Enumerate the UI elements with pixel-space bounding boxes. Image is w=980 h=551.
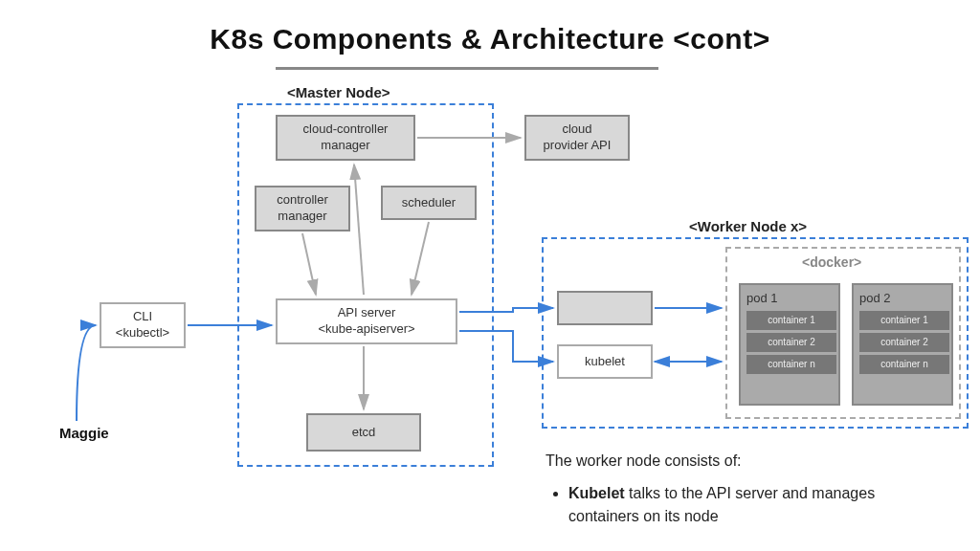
cloud-controller-manager-box: cloud-controller manager [276, 115, 415, 161]
user-label: Maggie [59, 425, 109, 441]
bullet-kubelet: Kubelet talks to the API server and mana… [568, 482, 947, 528]
api-server-box: API server <kube-apiserver> [276, 298, 457, 344]
title-underline [276, 67, 658, 70]
worker-node-description: The worker node consists of: Kubelet tal… [546, 450, 947, 534]
desc-intro: The worker node consists of: [546, 450, 947, 473]
etcd-box: etcd [306, 413, 421, 452]
pod2-label: pod 2 [859, 291, 891, 307]
master-node-label: <Master Node> [287, 84, 390, 100]
scheduler-text: scheduler [402, 195, 456, 211]
cloud-api-text: cloud provider API [544, 121, 612, 154]
bullet-kubelet-strong: Kubelet [568, 485, 625, 501]
ccm-text: cloud-controller manager [303, 121, 389, 154]
controller-manager-box: controller manager [255, 186, 350, 231]
pod2-container-1: container 1 [859, 311, 949, 330]
cm-text: controller manager [277, 192, 327, 225]
etcd-text: etcd [352, 425, 376, 441]
pod1-label: pod 1 [746, 291, 778, 307]
kubelet-text: kubelet [585, 354, 625, 370]
pod1-container-n: container n [746, 355, 836, 374]
pod2-container-n: container n [859, 355, 949, 374]
scheduler-box: scheduler [381, 186, 477, 220]
kubelet-box: kubelet [557, 344, 653, 379]
kube-proxy-box [557, 291, 653, 325]
pod2-box: pod 2 container 1 container 2 container … [852, 283, 953, 406]
page-title: K8s Components & Architecture <cont> [0, 23, 980, 55]
cloud-provider-api-box: cloud provider API [524, 115, 630, 161]
pod1-container-1: container 1 [746, 311, 836, 330]
cli-box: CLI <kubectl> [100, 302, 186, 348]
cli-text: CLI <kubectl> [116, 309, 169, 342]
api-server-text: API server <kube-apiserver> [318, 305, 414, 338]
worker-node-label: <Worker Node x> [689, 218, 807, 234]
pod1-container-2: container 2 [746, 333, 836, 352]
docker-label: <docker> [802, 254, 861, 270]
pod2-container-2: container 2 [859, 333, 949, 352]
pod1-box: pod 1 container 1 container 2 container … [739, 283, 840, 406]
